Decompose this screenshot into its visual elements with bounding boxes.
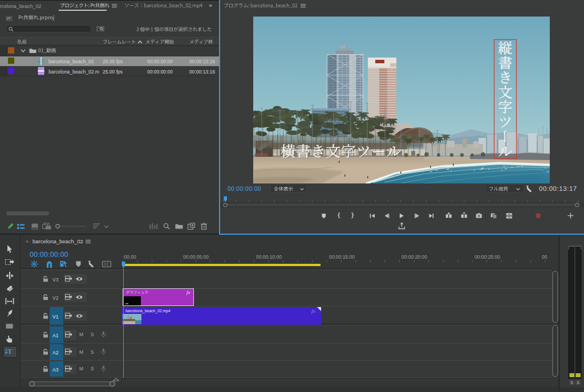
svg-text:CC: CC (104, 262, 110, 266)
svg-text:S: S (577, 380, 579, 385)
svg-text:S: S (570, 380, 573, 385)
